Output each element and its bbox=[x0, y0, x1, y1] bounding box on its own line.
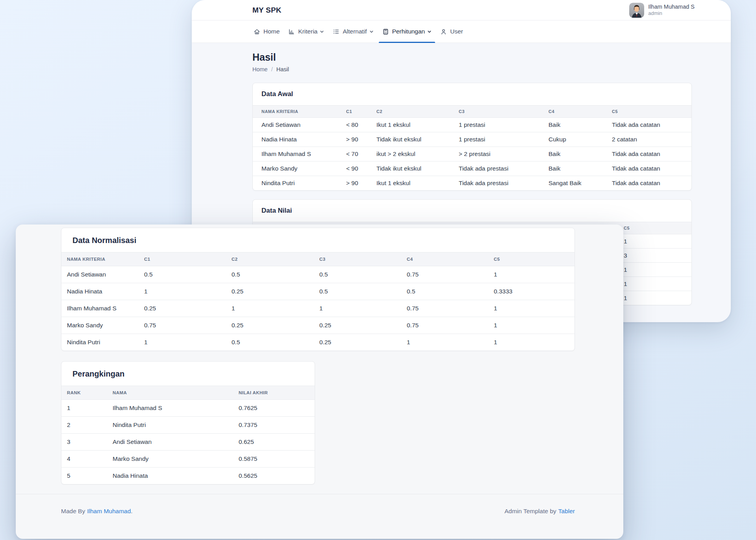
table-cell: Nadia Hinata bbox=[113, 468, 239, 484]
column-header: C3 bbox=[319, 252, 407, 266]
table-cell: 1 bbox=[144, 283, 232, 300]
table-cell: 0.5 bbox=[407, 283, 494, 300]
app-header: MY SPK bbox=[192, 0, 731, 20]
table-cell: < 90 bbox=[346, 161, 376, 176]
table-cell: 0.5875 bbox=[239, 451, 315, 468]
column-header: RANK bbox=[61, 386, 113, 400]
user-meta: Ilham Muhamad S admin bbox=[648, 3, 695, 17]
card-data-awal: Data Awal NAMA KRITERIAC1C2C3C4C5 Andi S… bbox=[252, 83, 692, 191]
column-header: C5 bbox=[612, 106, 692, 118]
perangkingan-table: RANKNAMANILAI AKHIR 1Ilham Muhamad S0.76… bbox=[61, 386, 315, 484]
table-cell: 0.25 bbox=[319, 317, 407, 334]
card-title: Data Normalisasi bbox=[72, 236, 563, 245]
nav-item-alternatif[interactable]: Alternatif bbox=[328, 20, 378, 43]
nav-item-user[interactable]: User bbox=[436, 20, 467, 43]
table-cell: Nindita Putri bbox=[113, 417, 239, 434]
table-cell: Ikut 1 ekskul bbox=[376, 118, 459, 132]
table-cell: 1 bbox=[232, 300, 319, 317]
table-cell: Nindita Putri bbox=[61, 334, 144, 351]
home-icon bbox=[254, 28, 260, 35]
table-cell: Tidak ada catatan bbox=[612, 118, 692, 132]
table-cell: Ilham Muhamad S bbox=[113, 400, 239, 417]
table-cell: Baik bbox=[548, 147, 612, 161]
table-cell: 1 prestasi bbox=[459, 118, 548, 132]
table-row: Nadia Hinata> 90Tidak ikut ekskul1 prest… bbox=[253, 132, 692, 147]
breadcrumb-separator: / bbox=[271, 66, 273, 72]
table-cell: 0.5 bbox=[232, 334, 319, 351]
table-cell: Ilham Muhamad S bbox=[61, 300, 144, 317]
table-row: Nadia Hinata10.250.50.50.3333 bbox=[61, 283, 575, 300]
column-header: NAMA bbox=[113, 386, 239, 400]
table-cell: 1 prestasi bbox=[459, 132, 548, 147]
page-title: Hasil bbox=[252, 52, 692, 63]
table-cell: 2 catatan bbox=[612, 132, 692, 147]
table-row: 4Marko Sandy0.5875 bbox=[61, 451, 315, 468]
nav-item-perhitungan[interactable]: Perhitungan bbox=[378, 20, 436, 43]
table-cell: 1 bbox=[494, 334, 575, 351]
table-cell: < 70 bbox=[346, 147, 376, 161]
table-row: Andi Setiawan0.50.50.50.751 bbox=[61, 266, 575, 283]
breadcrumb-current: Hasil bbox=[276, 66, 289, 72]
table-row: 1Ilham Muhamad S0.7625 bbox=[61, 400, 315, 417]
table-cell: 0.3333 bbox=[494, 283, 575, 300]
table-cell: 0.75 bbox=[407, 300, 494, 317]
card-perangkingan: Perangkingan RANKNAMANILAI AKHIR 1Ilham … bbox=[61, 361, 315, 484]
table-cell: Cukup bbox=[548, 132, 612, 147]
table-cell: 0.75 bbox=[407, 266, 494, 283]
table-cell: Tidak ikut ekskul bbox=[376, 161, 459, 176]
nav-item-label: Alternatif bbox=[343, 28, 367, 35]
table-cell: Sangat Baik bbox=[548, 176, 612, 191]
footer-made-by-text: Made By bbox=[61, 508, 85, 514]
made-by-link[interactable]: Ilham Muhamad bbox=[87, 508, 131, 514]
nav-item-label: Perhitungan bbox=[392, 28, 425, 35]
card-header: Perangkingan bbox=[61, 362, 315, 386]
table-row: Nindita Putri> 90Ikut 1 ekskulTidak ada … bbox=[253, 176, 692, 191]
table-cell: 2 bbox=[61, 417, 113, 434]
table-cell: 1 bbox=[407, 334, 494, 351]
table-cell: 1 bbox=[494, 317, 575, 334]
table-row: 3Andi Setiawan0.625 bbox=[61, 434, 315, 451]
front-content: Data Normalisasi NAMA KRITERIAC1C2C3C4C5… bbox=[16, 225, 623, 484]
table-cell: Baik bbox=[548, 161, 612, 176]
nav-item-home[interactable]: Home bbox=[249, 20, 284, 43]
table-cell: Nindita Putri bbox=[253, 176, 346, 191]
table-cell: > 90 bbox=[346, 132, 376, 147]
footer-made-by-period: . bbox=[131, 508, 132, 514]
table-cell: Marko Sandy bbox=[61, 317, 144, 334]
breadcrumb-home-link[interactable]: Home bbox=[252, 66, 268, 72]
table-cell: 0.75 bbox=[407, 317, 494, 334]
card-data-normalisasi: Data Normalisasi NAMA KRITERIAC1C2C3C4C5… bbox=[61, 228, 575, 351]
table-row: Nindita Putri10.50.2511 bbox=[61, 334, 575, 351]
table-cell: 5 bbox=[61, 468, 113, 484]
user-icon bbox=[440, 28, 447, 35]
tabler-link[interactable]: Tabler bbox=[558, 508, 575, 514]
table-cell: 1 bbox=[144, 334, 232, 351]
table-cell: 1 bbox=[494, 300, 575, 317]
card-header: Data Awal bbox=[253, 83, 691, 105]
table-cell: 0.25 bbox=[319, 334, 407, 351]
table-row: Marko Sandy< 90Tidak ikut ekskulTidak ad… bbox=[253, 161, 692, 176]
table-cell: 0.5 bbox=[232, 266, 319, 283]
column-header: C4 bbox=[407, 252, 494, 266]
table-cell: 0.25 bbox=[232, 317, 319, 334]
user-menu[interactable]: Ilham Muhamad S admin bbox=[629, 3, 695, 18]
table-cell: 0.7375 bbox=[239, 417, 315, 434]
table-cell: 1 bbox=[61, 400, 113, 417]
column-header: C1 bbox=[144, 252, 232, 266]
calculator-icon bbox=[382, 28, 389, 35]
table-cell: Marko Sandy bbox=[113, 451, 239, 468]
table-cell: 1 bbox=[494, 266, 575, 283]
table-cell: Marko Sandy bbox=[253, 161, 346, 176]
breadcrumb: Home / Hasil bbox=[252, 66, 692, 72]
table-cell: < 80 bbox=[346, 118, 376, 132]
table-cell: 0.625 bbox=[239, 434, 315, 451]
table-cell: Tidak ada catatan bbox=[612, 176, 692, 191]
column-header: C1 bbox=[346, 106, 376, 118]
table-row: 2Nindita Putri0.7375 bbox=[61, 417, 315, 434]
column-header: C5 bbox=[494, 252, 575, 266]
card-header: Data Nilai bbox=[253, 200, 691, 222]
brand-logo: MY SPK bbox=[252, 6, 282, 15]
data-normalisasi-table: NAMA KRITERIAC1C2C3C4C5 Andi Setiawan0.5… bbox=[61, 252, 575, 351]
nav-item-kriteria[interactable]: Kriteria bbox=[284, 20, 328, 43]
footer-credit: Made ByIlham Muhamad. bbox=[61, 508, 133, 515]
